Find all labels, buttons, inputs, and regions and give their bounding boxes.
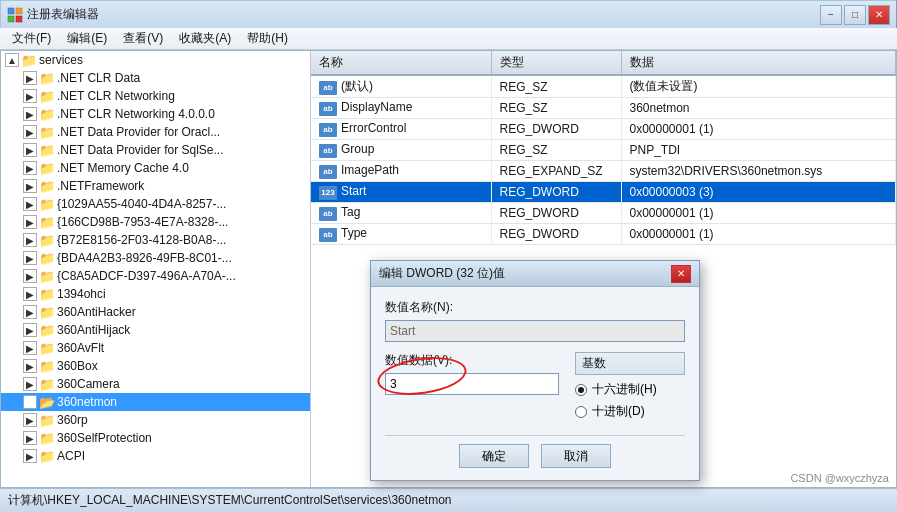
decimal-radio-button[interactable] [575, 406, 587, 418]
ok-button[interactable]: 确定 [459, 444, 529, 468]
value-field-label: 数值数据(V): [385, 352, 559, 369]
hex-radio-label: 十六进制(H) [592, 381, 657, 398]
dialog-overlay: 编辑 DWORD (32 位)值 ✕ 数值名称(N): 数值数据(V): 基数 … [0, 0, 897, 512]
name-field-label: 数值名称(N): [385, 299, 685, 316]
dialog-body: 数值名称(N): 数值数据(V): 基数 十六进制(H) 十进制(D) [371, 287, 699, 480]
dialog-buttons: 确定 取消 [385, 435, 685, 468]
dialog-title-bar: 编辑 DWORD (32 位)值 ✕ [371, 261, 699, 287]
name-input[interactable] [385, 320, 685, 342]
value-column: 数值数据(V): [385, 352, 559, 425]
dialog-row: 数值数据(V): 基数 十六进制(H) 十进制(D) [385, 352, 685, 425]
dialog-close-button[interactable]: ✕ [671, 265, 691, 283]
hex-radio-button[interactable] [575, 384, 587, 396]
dialog-title-text: 编辑 DWORD (32 位)值 [379, 265, 671, 282]
decimal-radio-label: 十进制(D) [592, 403, 645, 420]
base-title: 基数 [575, 352, 685, 375]
value-input[interactable] [385, 373, 559, 395]
cancel-button[interactable]: 取消 [541, 444, 611, 468]
hex-radio-option[interactable]: 十六进制(H) [575, 381, 685, 398]
dword-dialog: 编辑 DWORD (32 位)值 ✕ 数值名称(N): 数值数据(V): 基数 … [370, 260, 700, 481]
decimal-radio-option[interactable]: 十进制(D) [575, 403, 685, 420]
base-column: 基数 十六进制(H) 十进制(D) [575, 352, 685, 425]
